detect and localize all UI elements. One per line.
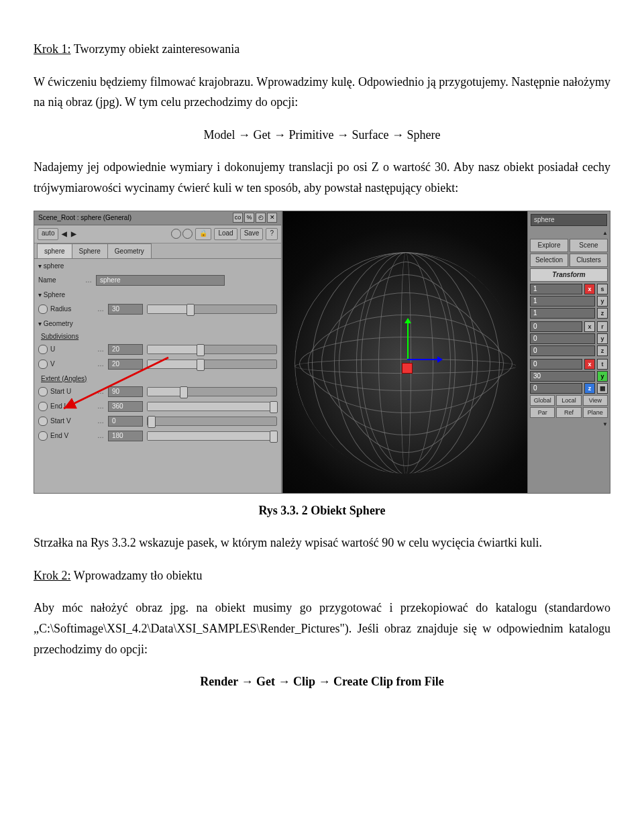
load-button[interactable]: Load <box>214 228 237 240</box>
panel-title: Scene_Root : sphere (General) <box>38 211 131 225</box>
startv-input[interactable]: 0 <box>108 416 143 427</box>
radius-input[interactable]: 30 <box>108 304 143 315</box>
pin-icon[interactable]: ◴ <box>256 213 266 223</box>
endv-slider[interactable] <box>147 431 277 441</box>
ry-axis-toggle[interactable]: y <box>597 333 608 344</box>
post-figure-para: Strzałka na Rys 3.3.2 wskazuje pasek, w … <box>34 533 610 553</box>
step1-label: Krok 1: <box>34 42 71 56</box>
rz-input[interactable]: 0 <box>530 345 595 356</box>
menu-path-2: Render → Get → Clip → Create Clip from F… <box>34 671 610 692</box>
startu-row: Start U … 90 <box>34 384 281 399</box>
tab-sphere-obj[interactable]: sphere <box>37 243 72 258</box>
startv-slider[interactable] <box>147 417 277 426</box>
step1-para2: Nadajemy jej odpowiednie wymiary i dokon… <box>34 157 610 198</box>
name-label: Name <box>38 274 85 286</box>
tab-geometry[interactable]: Geometry <box>107 243 152 258</box>
t-extra-icon[interactable]: ▦ <box>597 383 608 394</box>
tx-axis-toggle[interactable]: x <box>584 359 595 370</box>
scroll-up-icon[interactable]: ▲ <box>602 229 608 238</box>
endu-anim-toggle[interactable] <box>38 402 48 411</box>
rz-axis-toggle[interactable]: z <box>597 345 608 356</box>
sy-input[interactable]: 1 <box>530 296 595 307</box>
t-mode-button[interactable]: t <box>597 359 608 370</box>
sphere-group-toggle[interactable]: ▾ Sphere <box>38 289 277 300</box>
y-axis-toggle[interactable]: y <box>597 296 608 307</box>
tz-input[interactable]: 0 <box>530 383 582 394</box>
search-input[interactable]: sphere <box>531 214 607 226</box>
figure-caption: Rys 3.3. 2 Obiekt Sphere <box>34 500 610 521</box>
u-input[interactable]: 20 <box>108 344 143 355</box>
ry-input[interactable]: 0 <box>530 333 595 344</box>
view-button[interactable]: View <box>583 395 608 406</box>
step1-heading: Krok 1: Tworzymy obiekt zainteresowania <box>34 39 610 60</box>
endu-slider[interactable] <box>147 402 277 411</box>
save-button[interactable]: Save <box>240 228 264 240</box>
next-sibling-button[interactable]: ▶ <box>70 228 77 239</box>
s-mode-button[interactable]: s <box>597 284 608 294</box>
tab-sphere-prim[interactable]: Sphere <box>72 243 108 258</box>
startv-label: Start V <box>50 415 97 427</box>
scroll-down-icon[interactable]: ▼ <box>602 420 608 429</box>
startv-row: Start V … 0 <box>34 414 281 429</box>
menu-path-1: Model → Get → Primitive → Surface → Sphe… <box>34 125 610 146</box>
z-axis-toggle[interactable]: z <box>597 308 608 319</box>
explore-button[interactable]: Explore <box>530 239 568 252</box>
lock-button[interactable]: 🔒 <box>195 228 211 240</box>
rx-input[interactable]: 0 <box>530 321 582 332</box>
par-button[interactable]: Par <box>530 407 555 418</box>
plane-button[interactable]: Plane <box>583 407 608 418</box>
sz-input[interactable]: 1 <box>530 308 595 319</box>
transform-button[interactable]: Transform <box>530 268 608 282</box>
step1-para: W ćwiczeniu będziemy filmować krajobrazu… <box>34 72 610 113</box>
startu-slider[interactable] <box>147 387 277 396</box>
startv-anim-toggle[interactable] <box>38 417 48 426</box>
name-input[interactable]: sphere <box>96 275 225 286</box>
local-button[interactable]: Local <box>556 395 581 406</box>
tz-axis-toggle[interactable]: z <box>584 383 595 394</box>
endv-input[interactable]: 180 <box>108 431 143 441</box>
v-anim-toggle[interactable] <box>38 360 48 369</box>
x-axis-toggle[interactable]: x <box>584 284 595 294</box>
z-axis-icon <box>407 359 441 360</box>
toolbar-icon-a[interactable] <box>171 229 181 239</box>
viewport-3d[interactable] <box>282 211 528 493</box>
sx-input[interactable]: 1 <box>530 284 582 294</box>
endv-anim-toggle[interactable] <box>38 431 48 441</box>
scene-button[interactable]: Scene <box>570 239 608 252</box>
radius-anim-toggle[interactable] <box>38 305 48 314</box>
auto-button[interactable]: auto <box>38 228 58 240</box>
u-slider[interactable] <box>147 345 277 354</box>
ref-button[interactable]: Ref <box>556 407 581 418</box>
global-button[interactable]: Global <box>530 395 555 406</box>
rx-axis-toggle[interactable]: x <box>584 321 595 332</box>
v-input[interactable]: 20 <box>108 359 143 370</box>
ty-axis-toggle[interactable]: y <box>597 371 608 382</box>
toolbar-icon-b[interactable] <box>182 229 193 239</box>
clusters-button[interactable]: Clusters <box>570 254 608 267</box>
recycle-icon[interactable]: co <box>233 213 243 223</box>
endu-label: End U <box>50 400 97 412</box>
ty-input[interactable]: 30 <box>530 371 595 382</box>
node-toggle[interactable]: ▾ sphere <box>38 260 277 272</box>
endu-input[interactable]: 360 <box>108 401 143 412</box>
name-row: Name … sphere <box>34 273 281 288</box>
close-icon[interactable]: ✕ <box>267 213 277 223</box>
step2-para: Aby móc nałożyć obraz jpg. na obiekt mus… <box>34 598 610 659</box>
v-slider[interactable] <box>147 360 277 369</box>
clip-icon[interactable]: % <box>244 213 254 223</box>
startu-input[interactable]: 90 <box>108 386 143 397</box>
startu-anim-toggle[interactable] <box>38 387 48 396</box>
panel-toolbar: auto ◀ ▶ 🔒 Load Save ? <box>34 225 281 243</box>
help-button[interactable]: ? <box>266 228 278 240</box>
selection-button[interactable]: Selection <box>530 254 568 267</box>
sphere-object <box>294 252 516 474</box>
radius-slider[interactable] <box>147 305 277 314</box>
r-mode-button[interactable]: r <box>597 321 608 332</box>
extent-label: Extent (Angles) <box>41 373 281 384</box>
tx-input[interactable]: 0 <box>530 359 582 370</box>
step2-heading: Krok 2: Wprowadzamy tło obiektu <box>34 565 610 586</box>
geometry-group-toggle[interactable]: ▾ Geometry <box>38 318 277 329</box>
prev-sibling-button[interactable]: ◀ <box>61 228 68 239</box>
y-axis-icon <box>407 320 409 359</box>
u-anim-toggle[interactable] <box>38 345 48 354</box>
